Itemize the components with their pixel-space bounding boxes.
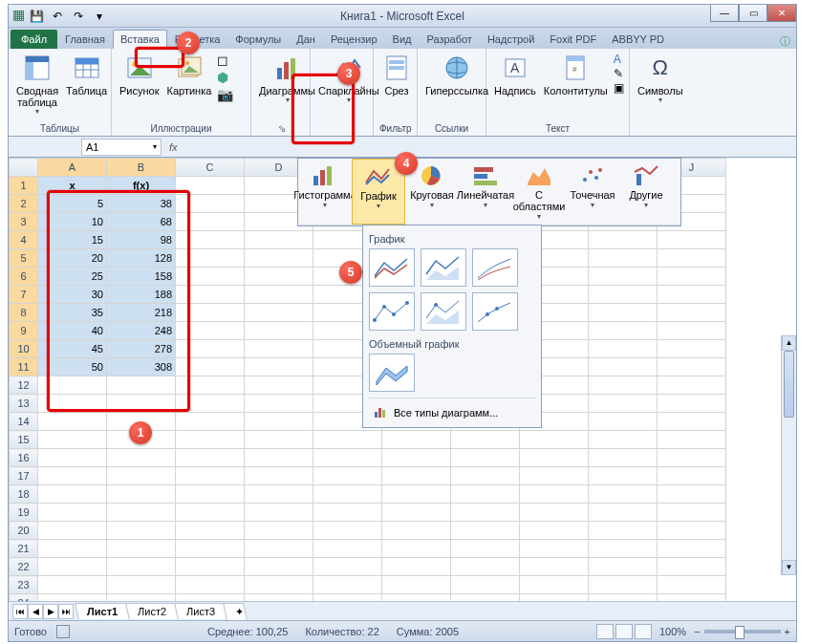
cell-C4[interactable]: [176, 231, 245, 249]
cell-H22[interactable]: [520, 558, 589, 576]
cell-A12[interactable]: [38, 376, 107, 395]
header-footer-button[interactable]: #Колонтитулы: [540, 51, 612, 98]
cell-G22[interactable]: [451, 558, 520, 576]
cell-H18[interactable]: [520, 485, 589, 504]
cell-B17[interactable]: [107, 467, 176, 485]
name-box[interactable]: A1▾: [81, 139, 162, 156]
cell-E23[interactable]: [313, 576, 382, 594]
cell-G20[interactable]: [451, 522, 520, 540]
cell-J6[interactable]: [658, 268, 726, 286]
cell-J8[interactable]: [658, 304, 726, 322]
cell-D6[interactable]: [245, 268, 313, 286]
formula-input[interactable]: [182, 139, 796, 156]
cell-B7[interactable]: 188: [107, 286, 176, 304]
cell-B12[interactable]: [107, 376, 176, 395]
cell-H23[interactable]: [520, 576, 589, 594]
tab-home[interactable]: Главная: [57, 30, 113, 49]
cell-B2[interactable]: 38: [107, 195, 176, 213]
cell-I7[interactable]: [589, 286, 658, 304]
cell-C7[interactable]: [176, 286, 245, 304]
sheet-nav-first[interactable]: ⏮: [12, 604, 28, 619]
cell-E21[interactable]: [313, 540, 382, 558]
cell-B10[interactable]: 278: [107, 340, 176, 358]
cell-I13[interactable]: [589, 395, 658, 413]
cell-H17[interactable]: [520, 467, 589, 485]
sig-icon[interactable]: ✎: [614, 67, 624, 80]
cell-A15[interactable]: [38, 431, 107, 449]
textbox-button[interactable]: AНадпись: [490, 51, 540, 98]
cell-A2[interactable]: 5: [38, 195, 107, 213]
cell-I10[interactable]: [589, 340, 658, 358]
cell-J10[interactable]: [658, 340, 726, 358]
cell-A17[interactable]: [38, 467, 107, 485]
cell-I18[interactable]: [589, 485, 658, 504]
view-layout[interactable]: [615, 624, 633, 639]
cell-B19[interactable]: [107, 504, 176, 522]
zoom-slider[interactable]: [704, 630, 781, 633]
cell-B8[interactable]: 218: [107, 304, 176, 322]
cell-C10[interactable]: [176, 340, 245, 358]
cell-C8[interactable]: [176, 304, 245, 322]
zoom-in[interactable]: +: [785, 626, 790, 637]
cell-H15[interactable]: [520, 431, 589, 449]
cell-D19[interactable]: [245, 504, 313, 522]
charts-button[interactable]: Диаграммы: [255, 51, 319, 107]
cell-D4[interactable]: [245, 231, 313, 249]
macro-record-icon[interactable]: [56, 625, 70, 638]
cell-F19[interactable]: [382, 504, 451, 522]
cell-C6[interactable]: [176, 268, 245, 286]
cell-D14[interactable]: [245, 413, 313, 431]
cell-B1[interactable]: f(x): [107, 177, 176, 195]
cell-G23[interactable]: [451, 576, 520, 594]
ribbon-help-icon[interactable]: ⓘ: [774, 34, 796, 49]
cell-I12[interactable]: [589, 376, 658, 395]
tab-abbyy[interactable]: ABBYY PD: [604, 30, 672, 49]
vertical-scrollbar[interactable]: ▲▼: [781, 335, 796, 575]
tab-foxit[interactable]: Foxit PDF: [542, 30, 604, 49]
cell-C1[interactable]: [176, 177, 245, 195]
cell-B16[interactable]: [107, 449, 176, 467]
cell-D8[interactable]: [245, 304, 313, 322]
cell-F17[interactable]: [382, 467, 451, 485]
cell-A6[interactable]: 25: [38, 268, 107, 286]
cell-E18[interactable]: [313, 485, 382, 504]
cell-B6[interactable]: 158: [107, 268, 176, 286]
cell-C5[interactable]: [176, 249, 245, 268]
zoom-out[interactable]: −: [694, 626, 700, 637]
sheet-tab-1[interactable]: Лист1: [75, 603, 130, 619]
cell-I17[interactable]: [589, 467, 658, 485]
cell-C20[interactable]: [176, 522, 245, 540]
cell-G19[interactable]: [451, 504, 520, 522]
cell-D5[interactable]: [245, 249, 313, 268]
cell-B3[interactable]: 68: [107, 213, 176, 231]
cell-C11[interactable]: [176, 358, 245, 376]
cell-J20[interactable]: [658, 522, 726, 540]
tab-addins[interactable]: Надстрой: [480, 30, 542, 49]
sheet-tab-3[interactable]: Лист3: [174, 603, 227, 619]
cell-E20[interactable]: [313, 522, 382, 540]
cell-B22[interactable]: [107, 558, 176, 576]
cell-I19[interactable]: [589, 504, 658, 522]
cell-F16[interactable]: [382, 449, 451, 467]
cell-I21[interactable]: [589, 540, 658, 558]
tab-file[interactable]: Файл: [11, 30, 57, 49]
cell-B5[interactable]: 128: [107, 249, 176, 268]
hyperlink-button[interactable]: Гиперссылка: [421, 51, 492, 98]
close-button[interactable]: ✕: [767, 5, 796, 22]
cell-A20[interactable]: [38, 522, 107, 540]
scatter-chart-menu[interactable]: Точечная: [566, 159, 619, 225]
maximize-button[interactable]: ▭: [739, 5, 767, 22]
cell-D16[interactable]: [245, 449, 313, 467]
cell-F21[interactable]: [382, 540, 451, 558]
cell-I16[interactable]: [589, 449, 658, 467]
slicer-button[interactable]: Срез: [378, 51, 416, 98]
cell-B11[interactable]: 308: [107, 358, 176, 376]
cell-C13[interactable]: [176, 395, 245, 413]
cell-A11[interactable]: 50: [38, 358, 107, 376]
cell-H16[interactable]: [520, 449, 589, 467]
cell-D23[interactable]: [245, 576, 313, 594]
save-button[interactable]: 💾: [27, 7, 46, 26]
cell-A23[interactable]: [38, 576, 107, 594]
screenshot-icon[interactable]: 📷: [217, 87, 233, 102]
cell-A9[interactable]: 40: [38, 322, 107, 340]
